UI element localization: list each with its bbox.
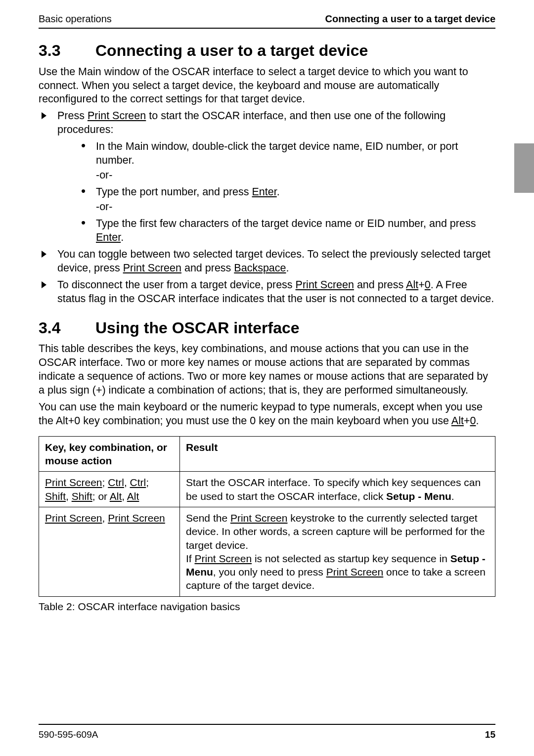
list-item: You can toggle between two selected targ… — [39, 248, 495, 275]
list-item: Type the first few characters of the tar… — [76, 217, 495, 245]
key: Alt — [127, 490, 139, 502]
key-print-screen: Print Screen — [123, 262, 181, 274]
cell-result: Send the Print Screen keystroke to the c… — [180, 507, 495, 597]
key-alt: Alt — [406, 279, 418, 291]
section-3-4-p1: This table describes the keys, key combi… — [39, 342, 495, 398]
text: In the Main window, double-click the tar… — [96, 140, 458, 166]
key: Print Screen — [195, 553, 252, 564]
key: Shift — [72, 490, 92, 502]
text: , — [124, 477, 130, 488]
key: Ctrl — [108, 477, 124, 488]
key: Print Screen — [45, 477, 102, 488]
key: Print Screen — [326, 566, 384, 578]
table-row: Print Screen; Ctrl, Ctrl; Shift, Shift; … — [39, 472, 495, 507]
header-left: Basic operations — [39, 12, 112, 25]
text: . — [286, 262, 289, 274]
section-title: Connecting a user to a target device — [95, 42, 368, 59]
text: If — [186, 553, 195, 564]
section-number: 3.4 — [39, 318, 95, 339]
key: Ctrl — [130, 477, 146, 488]
header-rule — [39, 28, 495, 29]
page-footer: 590-595-609A 15 — [39, 724, 495, 741]
or-separator: -or- — [96, 169, 495, 182]
header-right: Connecting a user to a target device — [325, 12, 495, 25]
page-number: 15 — [485, 729, 495, 741]
text: Type the first few characters of the tar… — [96, 218, 476, 229]
footer-rule — [39, 724, 495, 725]
table-caption: Table 2: OSCAR interface navigation basi… — [39, 600, 495, 613]
text: and press — [181, 262, 234, 274]
list-item: Type the port number, and press Enter. -… — [76, 185, 495, 214]
text: and press — [354, 279, 406, 291]
list-item: In the Main window, double-click the tar… — [76, 140, 495, 182]
section-title: Using the OSCAR interface — [95, 319, 300, 337]
cell-keys: Print Screen, Print Screen — [39, 507, 180, 597]
column-header-result: Result — [180, 436, 495, 472]
sub-list: In the Main window, double-click the tar… — [76, 140, 495, 245]
text: + — [464, 415, 470, 427]
text: , — [66, 490, 72, 502]
running-header: Basic operations Connecting a user to a … — [39, 12, 495, 25]
key: Print Screen — [45, 512, 102, 524]
text: Send the — [186, 512, 230, 524]
key: Shift — [45, 490, 66, 502]
page: Basic operations Connecting a user to a … — [0, 0, 534, 756]
text: + — [418, 279, 425, 291]
doc-number: 590-595-609A — [39, 729, 98, 741]
text: . — [121, 231, 124, 243]
text: Type the port number, and press — [96, 186, 252, 198]
text: . — [476, 415, 479, 427]
text: To disconnect the user from a target dev… — [57, 279, 296, 291]
procedure-list: Press Print Screen to start the OSCAR in… — [39, 109, 495, 306]
table-header-row: Key, key combination, or mouse action Re… — [39, 436, 495, 472]
key-zero: 0 — [470, 415, 476, 427]
text: . — [277, 186, 280, 198]
text: ; — [102, 477, 108, 488]
key-print-screen: Print Screen — [296, 279, 354, 291]
list-item: Press Print Screen to start the OSCAR in… — [39, 109, 495, 244]
section-number: 3.3 — [39, 41, 95, 61]
table-row: Print Screen, Print Screen Send the Prin… — [39, 507, 495, 597]
key-enter: Enter — [252, 186, 277, 198]
cell-result: Start the OSCAR interface. To specify wh… — [180, 472, 495, 507]
text: , — [102, 512, 108, 524]
oscar-nav-table: Key, key combination, or mouse action Re… — [39, 436, 495, 597]
text: . — [451, 490, 454, 502]
text: ; — [146, 477, 149, 488]
key-backspace: Backspace — [234, 262, 286, 274]
list-item: To disconnect the user from a target dev… — [39, 278, 495, 306]
key-alt: Alt — [451, 415, 464, 427]
cell-keys: Print Screen; Ctrl, Ctrl; Shift, Shift; … — [39, 472, 180, 507]
key-enter: Enter — [96, 231, 121, 243]
section-3-3-heading: 3.3Connecting a user to a target device — [39, 41, 495, 61]
menu-name: Setup - Menu — [386, 490, 451, 502]
key-print-screen: Print Screen — [88, 110, 146, 122]
text: is not selected as startup key sequence … — [252, 553, 450, 564]
text: Press — [57, 110, 88, 122]
text: You can use the main keyboard or the num… — [39, 401, 483, 427]
column-header-keys: Key, key combination, or mouse action — [39, 436, 180, 472]
text: ; or — [92, 490, 110, 502]
key: Print Screen — [230, 512, 288, 524]
section-3-4-heading: 3.4Using the OSCAR interface — [39, 318, 495, 339]
text: , you only need to press — [213, 566, 326, 578]
key: Print Screen — [108, 512, 165, 524]
text: , — [122, 490, 127, 502]
key: Alt — [110, 490, 122, 502]
key-zero: 0 — [425, 279, 431, 291]
section-3-4-p2: You can use the main keyboard or the num… — [39, 400, 495, 428]
or-separator: -or- — [96, 200, 495, 214]
section-3-3-intro: Use the Main window of the OSCAR interfa… — [39, 65, 495, 107]
